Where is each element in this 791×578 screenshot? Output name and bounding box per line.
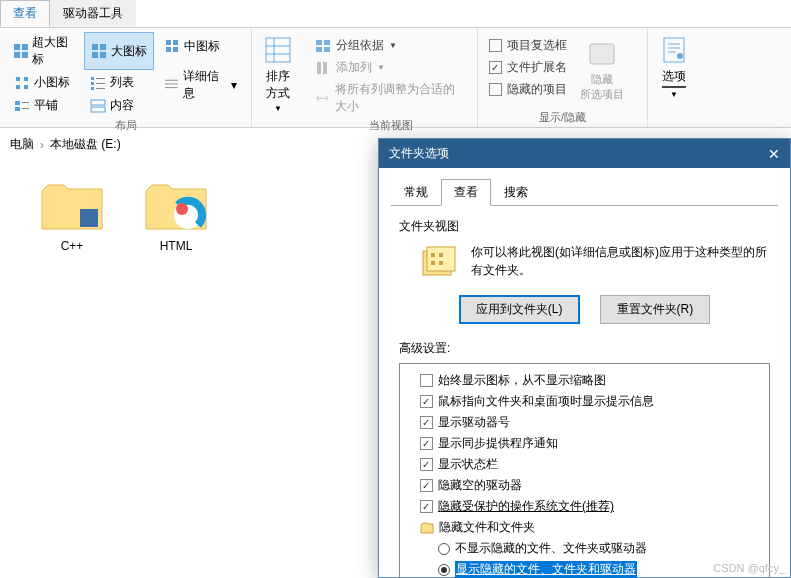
opt-tooltips[interactable]: 鼠标指向文件夹和桌面项时显示提示信息: [404, 391, 765, 412]
group-label-show-hide: 显示/隐藏: [486, 108, 639, 125]
svg-rect-11: [24, 85, 28, 89]
breadcrumb-drive[interactable]: 本地磁盘 (E:): [50, 136, 121, 153]
add-columns-button[interactable]: 添加列 ▼: [312, 58, 469, 77]
tab-search[interactable]: 搜索: [491, 179, 541, 206]
svg-rect-44: [80, 209, 98, 227]
svg-rect-12: [91, 77, 94, 80]
extra-large-icons-icon: [14, 43, 28, 59]
svg-rect-19: [22, 102, 29, 103]
folder-icon: [420, 521, 434, 535]
tiles-icon: [14, 98, 30, 114]
content-icon: [90, 98, 106, 114]
view-list[interactable]: 列表: [84, 72, 154, 93]
ribbon-tab-view[interactable]: 查看: [0, 0, 50, 27]
view-tiles[interactable]: 平铺: [8, 95, 80, 116]
opt-show-hidden[interactable]: 显示隐藏的文件、文件夹和驱动器: [404, 559, 765, 578]
advanced-settings-label: 高级设置:: [399, 340, 770, 357]
view-label: 平铺: [34, 97, 58, 114]
label: 隐藏的项目: [507, 81, 567, 98]
fit-columns-button[interactable]: 将所有列调整为合适的大小: [312, 80, 469, 116]
group-by-icon: [315, 38, 331, 54]
item-checkboxes-toggle[interactable]: 项目复选框: [486, 36, 570, 55]
view-small-icons[interactable]: 小图标: [8, 72, 80, 93]
svg-rect-20: [15, 107, 20, 111]
view-medium-icons[interactable]: 中图标: [158, 32, 243, 60]
hidden-items-toggle[interactable]: 隐藏的项目: [486, 80, 570, 99]
opt-drive-letters[interactable]: 显示驱动器号: [404, 412, 765, 433]
hide-selected-button[interactable]: 隐藏 所选项目: [574, 32, 630, 108]
group-by-button[interactable]: 分组依据 ▼: [312, 36, 469, 55]
view-label: 大图标: [111, 43, 147, 60]
sort-button[interactable]: 排序方式 ▼: [260, 32, 296, 115]
chevron-down-icon: ▼: [670, 90, 678, 99]
svg-rect-40: [323, 62, 327, 74]
opt-sync-notif[interactable]: 显示同步提供程序通知: [404, 433, 765, 454]
svg-rect-36: [324, 40, 330, 45]
add-columns-icon: [315, 60, 331, 76]
close-icon[interactable]: ✕: [768, 146, 780, 162]
svg-rect-5: [100, 44, 106, 50]
svg-rect-6: [92, 52, 98, 58]
svg-point-43: [677, 53, 683, 59]
apply-to-folders-button[interactable]: 应用到文件夹(L): [459, 295, 580, 324]
opt-status-bar[interactable]: 显示状态栏: [404, 454, 765, 475]
svg-rect-49: [431, 253, 435, 257]
list-icon: [90, 75, 106, 91]
checkbox-icon: [489, 39, 502, 52]
svg-rect-30: [165, 87, 178, 88]
hide-label: 隐藏 所选项目: [580, 72, 624, 102]
svg-rect-25: [173, 40, 178, 45]
folder-label: HTML: [160, 239, 193, 253]
checkbox-icon: [489, 61, 502, 74]
opt-hide-protected[interactable]: 隐藏受保护的操作系统文件(推荐): [404, 496, 765, 517]
svg-rect-50: [439, 253, 443, 257]
opt-dont-show-hidden[interactable]: 不显示隐藏的文件、文件夹或驱动器: [404, 538, 765, 559]
chevron-down-icon: ▼: [274, 104, 282, 113]
svg-rect-7: [100, 52, 106, 58]
ribbon-tab-drive-tools[interactable]: 驱动器工具: [50, 0, 136, 27]
svg-rect-23: [91, 107, 105, 112]
file-ext-toggle[interactable]: 文件扩展名: [486, 58, 570, 77]
options-button[interactable]: 选项 ▼: [656, 32, 692, 101]
svg-rect-3: [22, 52, 28, 58]
view-content[interactable]: 内容: [84, 95, 154, 116]
chevron-right-icon: ›: [40, 138, 44, 152]
svg-rect-39: [317, 62, 321, 74]
svg-rect-16: [91, 87, 94, 90]
sort-label: 排序方式: [266, 68, 290, 102]
fit-columns-icon: [315, 90, 330, 106]
svg-rect-35: [316, 40, 322, 45]
folder-cpp[interactable]: C++: [40, 181, 104, 253]
view-large-icons[interactable]: 大图标: [84, 32, 154, 70]
chevron-down-icon: ▼: [377, 63, 385, 72]
svg-rect-9: [24, 77, 28, 81]
advanced-settings-list[interactable]: 始终显示图标，从不显示缩略图 鼠标指向文件夹和桌面项时显示提示信息 显示驱动器号…: [399, 363, 770, 578]
svg-rect-17: [96, 88, 105, 89]
svg-rect-22: [91, 100, 105, 105]
svg-rect-21: [22, 108, 29, 109]
svg-rect-52: [439, 261, 443, 265]
folder-html[interactable]: HTML: [144, 181, 208, 253]
sort-icon: [262, 34, 294, 66]
checkbox-icon: [489, 83, 502, 96]
group-label-current-view: 当前视图: [312, 116, 469, 133]
opt-always-icons[interactable]: 始终显示图标，从不显示缩略图: [404, 370, 765, 391]
view-label: 超大图标: [32, 34, 74, 68]
folder-options-dialog: 文件夹选项 ✕ 常规 查看 搜索 文件夹视图 你可以将此视图(如详细信息或图标)…: [378, 138, 791, 578]
opt-hide-empty[interactable]: 隐藏空的驱动器: [404, 475, 765, 496]
svg-rect-51: [431, 261, 435, 265]
medium-icons-icon: [164, 38, 180, 54]
tab-general[interactable]: 常规: [391, 179, 441, 206]
group-by-label: 分组依据: [336, 37, 384, 54]
folder-views-text: 你可以将此视图(如详细信息或图标)应用于这种类型的所有文件夹。: [471, 243, 770, 279]
breadcrumb-pc[interactable]: 电脑: [10, 136, 34, 153]
tab-view[interactable]: 查看: [441, 179, 491, 206]
svg-rect-28: [165, 80, 178, 81]
svg-rect-14: [91, 82, 94, 85]
reset-folders-button[interactable]: 重置文件夹(R): [600, 295, 711, 324]
svg-rect-41: [590, 44, 614, 64]
dialog-title: 文件夹选项: [389, 145, 449, 162]
view-extra-large-icons[interactable]: 超大图标: [8, 32, 80, 70]
watermark: CSDN @qfcy_: [713, 562, 785, 574]
view-details[interactable]: 详细信息 ▾: [158, 62, 243, 107]
